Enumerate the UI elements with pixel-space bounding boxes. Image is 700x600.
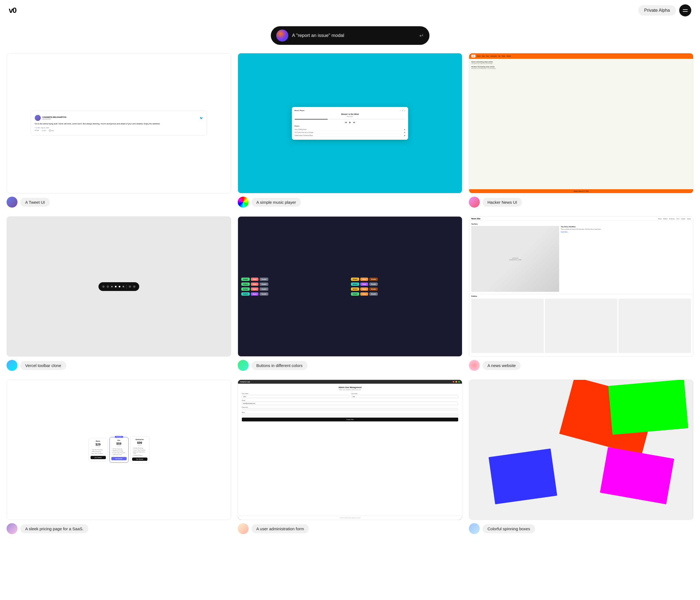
news-hero: Top Story ahhhhfsAHHHHFS.COM Top Story H…: [469, 221, 693, 294]
admin-role-input[interactable]: [242, 414, 458, 416]
private-alpha-button[interactable]: Private Alpha: [638, 5, 676, 16]
box-blue: [489, 449, 557, 504]
price-feature-basic-2: 2GB Cloud Storage: [91, 451, 106, 453]
news-read-more[interactable]: Read More...: [561, 231, 691, 233]
admin-lastname-input[interactable]: Sue: [351, 395, 458, 398]
thumbnail-admin[interactable]: Company Logo Admin User Management Enter…: [238, 380, 462, 520]
hn-header: HN Home New Past Comments Ask Show Submi…: [469, 53, 693, 59]
tweet-header: CHANMITA BELKHARTIYA @chanmita 🐦: [35, 115, 203, 121]
item-title-pricing[interactable]: A sleek pricing page for a SaaS.: [20, 524, 89, 533]
header-right: Private Alpha: [638, 4, 691, 17]
music-title-bar: Music Player ⤢ ☰ ✕: [295, 110, 406, 111]
hn-nav-new: New: [482, 55, 485, 57]
thumbnail-buttons[interactable]: Default Hover Disable Default Hover Disa…: [238, 216, 462, 357]
hn-nav-show: Show: [502, 55, 505, 57]
hn-nav: Home New Past Comments Ask Show Submit: [477, 55, 511, 57]
btn-hover-3: Hover: [251, 282, 258, 286]
price-feature-ent-3: Advanced Collaboration Tools: [132, 451, 147, 454]
price-feature-pro-2: 100GB Cloud Storage: [111, 450, 127, 452]
search-input[interactable]: A "report an issue" modal: [292, 33, 416, 38]
price-card-basic: Basic $29 / month 720p Video Rendering 2…: [89, 438, 108, 461]
price-btn-enterprise[interactable]: Get Started: [132, 457, 147, 461]
price-feature-basic-1: 720p Video Rendering: [91, 449, 106, 451]
tweet-time: 7:12 AM - Aug 22, 2023: [35, 127, 203, 128]
play-icon[interactable]: ▶: [349, 121, 351, 124]
news-nav-sports: Sports: [687, 218, 691, 220]
thumbnail-tweet[interactable]: CHANMITA BELKHARTIYA @chanmita 🐦 On to t…: [6, 53, 231, 193]
news-nav-politics: Politics: [664, 218, 668, 220]
thumbnail-news[interactable]: News Site Home Politics Business Tech Cu…: [469, 216, 694, 357]
item-label-boxes: Colorful spinning boxes: [469, 523, 694, 534]
menu-button[interactable]: [679, 4, 691, 17]
vercel-tb-icon-3: [129, 285, 131, 288]
vercel-tb-dot-2: [115, 286, 117, 288]
item-title-tweet[interactable]: A Tweet UI: [20, 198, 50, 207]
music-expand-icon: ⤢: [400, 110, 401, 111]
music-controls: ⏮ ▶ ⏭: [295, 121, 406, 124]
minimize-dot: [455, 381, 457, 382]
twitter-icon: 🐦: [200, 117, 203, 120]
btn-hover-2: Hover: [360, 278, 368, 281]
hn-body: Some interesting news article 123 points…: [469, 59, 693, 193]
item-title-music[interactable]: A simple music player: [251, 198, 301, 207]
hn-nav-past: Past: [486, 55, 489, 57]
admin-submit-button[interactable]: Create User: [242, 418, 458, 421]
search-bar[interactable]: A "report an issue" modal ↵: [271, 26, 429, 45]
price-feature-pro-1: 4K Video Rendering: [111, 448, 127, 450]
price-plan-basic: Basic: [91, 440, 106, 442]
next-icon[interactable]: ⏭: [353, 121, 355, 124]
item-label-tweet: A Tweet UI: [6, 197, 231, 207]
playlist-title: Playlist: [295, 125, 406, 127]
btn-row-2: Default Hover Disable: [351, 278, 459, 281]
item-label-news: A news website: [469, 360, 694, 371]
btn-hover-7: Hover: [251, 292, 258, 296]
price-feature-pro-3: Premium Video Templates: [111, 452, 127, 454]
item-title-admin[interactable]: A user administration form: [251, 524, 309, 533]
playlist-item-1: Like a Rolling Stone▶: [295, 128, 406, 131]
item-title-hn[interactable]: Hacker News UI: [482, 198, 522, 207]
btn-default-2: Default: [351, 278, 359, 281]
admin-window-controls: [453, 381, 460, 382]
btn-disable-5: Disable: [259, 288, 268, 291]
close-dot: [453, 381, 454, 382]
avatar-vercel: [6, 360, 18, 371]
thumbnail-music[interactable]: Music Player ⤢ ☰ ✕ Blowin' in the Wind B…: [238, 53, 462, 193]
thumbnail-boxes[interactable]: [469, 380, 694, 520]
thumbnail-pricing[interactable]: Basic $29 / month 720p Video Rendering 2…: [6, 380, 231, 520]
thumbnail-vercel[interactable]: [6, 216, 231, 357]
gallery-item-pricing: Basic $29 / month 720p Video Rendering 2…: [6, 380, 231, 534]
hn-footer: Hacker News (c) © 2023: [469, 189, 693, 193]
admin-password-input[interactable]: [242, 408, 458, 410]
item-title-buttons[interactable]: Buttons in different colors: [251, 361, 307, 370]
admin-body: Admin User Management Enter user details…: [238, 384, 462, 516]
music-artist: Bob Dylan: [295, 116, 406, 117]
vercel-toolbar: [98, 282, 139, 291]
tweet-replies: 💬 647: [49, 130, 54, 131]
btn-default-3: Default: [241, 282, 250, 286]
price-btn-basic[interactable]: Get Started: [91, 456, 106, 459]
item-title-vercel[interactable]: Vercel toolbar clone: [20, 361, 66, 370]
play-icon-sm: ▶: [404, 128, 405, 130]
avatar-admin: [238, 523, 249, 534]
thumbnail-hn[interactable]: HN Home New Past Comments Ask Show Submi…: [469, 53, 694, 193]
news-hero-text: Top Story Headline This is a brief summa…: [561, 226, 691, 292]
admin-email-input[interactable]: john@example.com: [242, 402, 458, 405]
price-btn-pro[interactable]: Get Started: [111, 457, 127, 460]
gallery: CHANMITA BELKHARTIYA @chanmita 🐦 On to t…: [0, 53, 700, 545]
price-feature-pro-4: Collaboration Tools: [111, 454, 127, 456]
item-title-boxes[interactable]: Colorful spinning boxes: [482, 524, 535, 533]
admin-email-field: Email john@example.com: [242, 400, 458, 405]
admin-firstname-input[interactable]: John: [242, 395, 349, 398]
gallery-item-admin: Company Logo Admin User Management Enter…: [238, 380, 462, 534]
news-summary: This is a brief summary of the top story…: [561, 228, 691, 230]
item-title-news[interactable]: A news website: [482, 361, 521, 370]
btn-row-5: Default Hover Disable: [241, 288, 349, 291]
prev-icon[interactable]: ⏮: [345, 121, 347, 124]
news-nav: News Site Home Politics Business Tech Cu…: [469, 217, 693, 221]
admin-password-label: Password: [242, 406, 458, 408]
music-close-icon: ✕: [404, 110, 405, 111]
btn-disable-2: Disable: [369, 278, 378, 281]
item-label-admin: A user administration form: [238, 523, 462, 534]
vercel-tb-dot-1: [111, 286, 113, 288]
price-card-pro: POPULAR Pro $59 / month 4K Video Renderi…: [109, 437, 129, 463]
